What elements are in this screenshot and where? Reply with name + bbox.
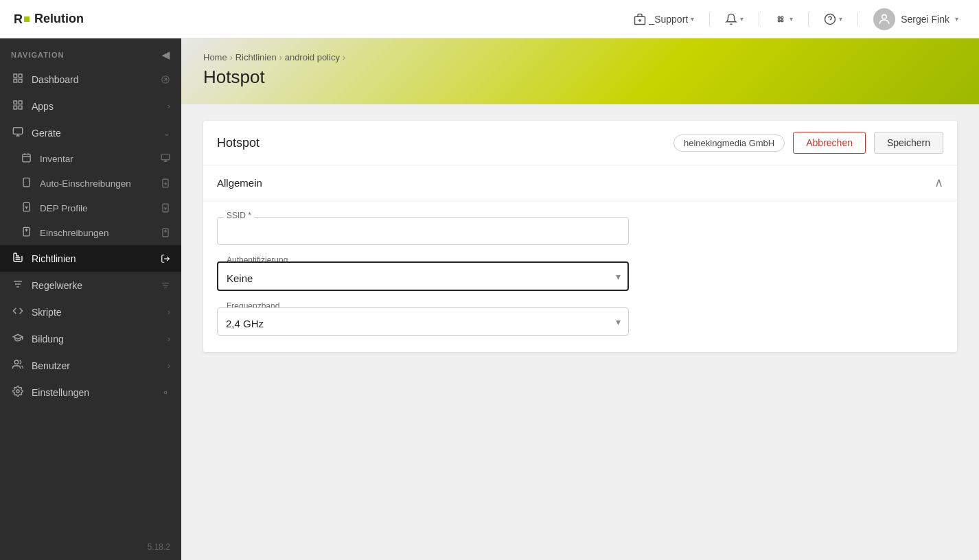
allgemein-section-title: Allgemein <box>217 177 262 189</box>
svg-point-50 <box>14 360 18 364</box>
svg-rect-21 <box>19 101 22 104</box>
bildung-arrow: › <box>168 334 170 344</box>
dep-right-icon <box>161 203 170 213</box>
sidebar-label-regelwerke: Regelwerke <box>32 280 82 291</box>
grid-icon <box>774 13 787 25</box>
sidebar-label-einschreibungen: Einschreibungen <box>40 228 109 238</box>
breadcrumb-android-policy[interactable]: android policy <box>285 52 340 62</box>
building-icon <box>634 13 646 25</box>
svg-rect-24 <box>13 128 22 134</box>
ssid-field: SSID * <box>217 217 629 245</box>
freq-field: Frequenzband 2,4 GHz 5 GHz Auto <box>217 307 629 336</box>
bildung-icon <box>11 332 25 345</box>
sidebar-item-einstellungen[interactable]: Einstellungen <box>0 379 181 406</box>
svg-rect-1 <box>24 16 30 22</box>
page-header: Home › Richtlinien › android policy › Ho… <box>181 38 979 104</box>
einstellungen-right-icon <box>161 388 170 397</box>
user-chevron: ▾ <box>955 15 958 23</box>
sidebar-item-geraete[interactable]: Geräte ⌄ <box>0 119 181 146</box>
sidebar-item-apps[interactable]: Apps › <box>0 93 181 119</box>
svg-point-7 <box>778 19 780 21</box>
main-layout: NAVIGATION ◀ Dashboard Apps › <box>0 38 979 560</box>
svg-point-8 <box>781 19 783 21</box>
ssid-label: SSID * <box>224 211 254 220</box>
auth-select[interactable]: Keine WPA2 WPA3 <box>217 261 629 291</box>
sidebar-item-dashboard[interactable]: Dashboard <box>0 66 181 93</box>
help-button[interactable]: ▾ <box>817 9 849 30</box>
breadcrumb-sep2: › <box>279 53 282 62</box>
ssid-input[interactable] <box>217 217 629 245</box>
breadcrumb-home[interactable]: Home <box>203 52 227 62</box>
dashboard-icon <box>11 73 25 86</box>
section-collapse-icon: ∧ <box>934 175 943 190</box>
svg-rect-27 <box>22 154 30 162</box>
breadcrumb-richtlinien[interactable]: Richtlinien <box>235 52 277 62</box>
sidebar-item-regelwerke[interactable]: Regelwerke <box>0 272 181 299</box>
bell-chevron: ▾ <box>740 15 744 23</box>
svg-point-51 <box>16 390 19 393</box>
sidebar-item-bildung[interactable]: Bildung › <box>0 325 181 352</box>
richtlinien-icon <box>11 252 25 265</box>
form-body: SSID * Authentifizierung Keine WPA2 WPA3 <box>203 200 957 352</box>
divider4 <box>857 12 858 26</box>
richtlinien-right-icon <box>161 254 170 264</box>
inventar-icon-right <box>161 153 170 164</box>
bell-icon <box>725 13 737 25</box>
sidebar-label-auto-einschreibungen: Auto-Einschreibungen <box>40 178 131 189</box>
sidebar-label-geraete: Geräte <box>32 128 61 139</box>
sidebar-nav-label: NAVIGATION ◀ <box>0 38 181 66</box>
sidebar-label-dep-profile: DEP Profile <box>40 203 88 213</box>
breadcrumb-sep1: › <box>230 53 233 62</box>
svg-point-5 <box>778 16 780 19</box>
company-tag: heinekingmedia GmbH <box>673 135 785 152</box>
sidebar: NAVIGATION ◀ Dashboard Apps › <box>0 38 181 560</box>
divider2 <box>759 12 759 26</box>
skripte-arrow: › <box>168 307 170 317</box>
svg-rect-23 <box>14 106 17 109</box>
sidebar-item-einschreibungen[interactable]: Einschreibungen <box>0 220 181 245</box>
sidebar-item-richtlinien[interactable]: Richtlinien <box>0 245 181 272</box>
apps-arrow: › <box>168 102 170 111</box>
svg-point-6 <box>781 16 783 19</box>
benutzer-icon <box>11 359 25 372</box>
svg-rect-15 <box>14 79 17 82</box>
inventar-icon <box>19 152 33 165</box>
sidebar-label-benutzer: Benutzer <box>32 360 70 371</box>
sidebar-label-bildung: Bildung <box>32 334 64 345</box>
sidebar-label-apps: Apps <box>32 101 54 112</box>
sidebar-label-dashboard: Dashboard <box>32 74 79 85</box>
apps-button[interactable]: ▾ <box>768 9 800 30</box>
sidebar-item-auto-einschreibungen[interactable]: Auto-Einschreibungen <box>0 171 181 196</box>
notifications-button[interactable]: ▾ <box>718 9 750 30</box>
svg-rect-14 <box>19 79 22 82</box>
nav-collapse-icon[interactable]: ◀ <box>162 49 170 60</box>
regelwerke-icon <box>11 279 25 292</box>
svg-rect-13 <box>19 74 22 78</box>
sidebar-item-skripte[interactable]: Skripte › <box>0 299 181 325</box>
support-chevron: ▾ <box>691 15 694 23</box>
freq-select[interactable]: 2,4 GHz 5 GHz Auto <box>217 307 629 336</box>
sidebar-item-dep-profile[interactable]: DEP Profile <box>0 196 181 220</box>
logo-text: Relution <box>34 12 84 26</box>
topbar-actions: _Support ▾ ▾ ▾ ▾ Sergei Fink ▾ <box>627 5 965 33</box>
avatar <box>873 8 895 30</box>
auth-field: Authentifizierung Keine WPA2 WPA3 <box>217 261 629 291</box>
save-button[interactable]: Speichern <box>874 132 943 154</box>
allgemein-section-header[interactable]: Allgemein ∧ <box>203 165 957 200</box>
divider1 <box>709 12 710 26</box>
cancel-button[interactable]: Abbrechen <box>793 132 866 154</box>
help-icon <box>824 13 836 25</box>
logo-icon: R <box>14 11 30 27</box>
geraete-arrow: ⌄ <box>163 128 170 138</box>
sidebar-item-benutzer[interactable]: Benutzer › <box>0 352 181 379</box>
svg-rect-22 <box>19 106 22 109</box>
user-menu[interactable]: Sergei Fink ▾ <box>866 5 965 33</box>
support-button[interactable]: _Support ▾ <box>627 9 701 30</box>
svg-rect-20 <box>14 101 17 104</box>
topbar: R Relution _Support ▾ ▾ ▾ ▾ <box>0 0 979 38</box>
support-label: _Support <box>649 14 688 25</box>
geraete-icon <box>11 126 25 139</box>
sidebar-label-einstellungen: Einstellungen <box>32 387 89 398</box>
page-title: Hotspot <box>203 67 957 88</box>
sidebar-item-inventar[interactable]: Inventar <box>0 146 181 171</box>
